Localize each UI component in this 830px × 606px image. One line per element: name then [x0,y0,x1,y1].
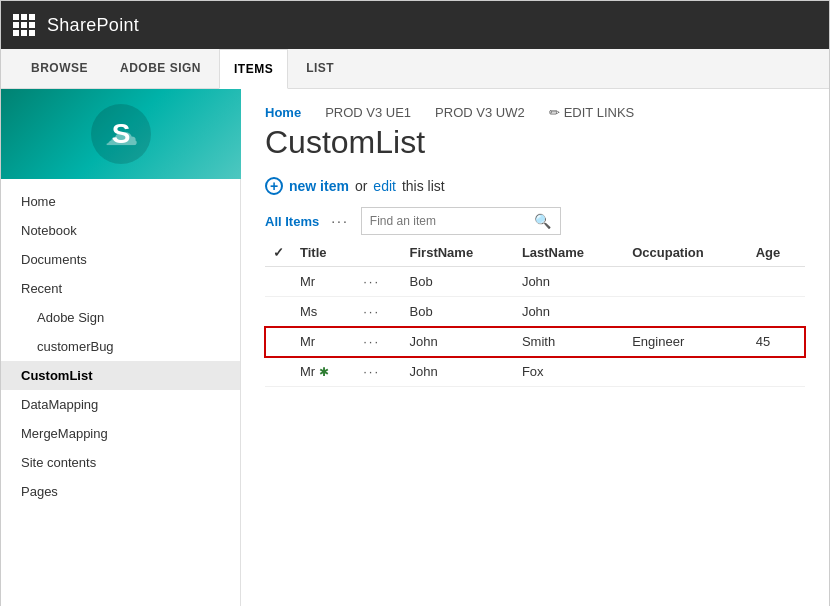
cell-occupation [624,267,748,297]
sidebar-item-pages[interactable]: Pages [1,477,240,506]
or-text: or [355,178,367,194]
edit-links-button[interactable]: ✏ EDIT LINKS [549,105,635,120]
sidebar-item-datamapping[interactable]: DataMapping [1,390,240,419]
search-box: 🔍 [361,207,561,235]
green-star-icon: ✱ [319,365,329,379]
cell-occupation [624,297,748,327]
breadcrumb-prod-uw2[interactable]: PROD V3 UW2 [435,105,525,120]
cell-last: Fox [514,357,624,387]
logo-letter: S ☁ [91,104,151,164]
col-age: Age [748,239,805,267]
all-items-label[interactable]: All Items [265,214,319,229]
list-toolbar: All Items ··· 🔍 [265,207,805,235]
cell-menu[interactable]: ··· [355,357,401,387]
cell-menu[interactable]: ··· [355,297,401,327]
new-item-bar: + new item or edit this list [265,177,805,195]
cell-title: Ms [292,297,355,327]
cell-title: Mr [292,327,355,357]
cell-check [265,267,292,297]
cell-age [748,267,805,297]
this-list-text: this list [402,178,445,194]
sidebar-item-customerbug[interactable]: customerBug [1,332,240,361]
cell-occupation [624,357,748,387]
pencil-icon: ✏ [549,105,560,120]
data-table: ✓ Title FirstName LastName Occupation Ag… [265,239,805,387]
tab-list[interactable]: LIST [292,48,348,88]
cell-age: 45 [748,327,805,357]
breadcrumb-prod-ue1[interactable]: PROD V3 UE1 [325,105,411,120]
cell-first: John [402,327,514,357]
sidebar-item-recent[interactable]: Recent [1,274,240,303]
breadcrumb-home[interactable]: Home [265,105,301,120]
sidebar-item-documents[interactable]: Documents [1,245,240,274]
sidebar-item-mergemapping[interactable]: MergeMapping [1,419,240,448]
sidebar-item-adobe-sign[interactable]: Adobe Sign [1,303,240,332]
search-icon[interactable]: 🔍 [534,213,551,229]
sidebar: S ☁ Home Notebook Documents Recent Adobe… [1,89,241,606]
tab-items[interactable]: ITEMS [219,49,288,89]
app-title: SharePoint [47,15,139,36]
cell-last: John [514,267,624,297]
cell-check [265,357,292,387]
sidebar-item-customlist[interactable]: CustomList [1,361,240,390]
col-lastname: LastName [514,239,624,267]
search-input[interactable] [370,214,530,228]
col-menu [355,239,401,267]
cell-first: Bob [402,297,514,327]
cell-age [748,297,805,327]
table-header-row: ✓ Title FirstName LastName Occupation Ag… [265,239,805,267]
cell-menu[interactable]: ··· [355,327,401,357]
col-check: ✓ [265,239,292,267]
content-area: Home PROD V3 UE1 PROD V3 UW2 ✏ EDIT LINK… [241,89,829,606]
breadcrumb: Home PROD V3 UE1 PROD V3 UW2 ✏ EDIT LINK… [265,105,805,120]
cell-last: Smith [514,327,624,357]
highlighted-table-row[interactable]: Mr ··· John Smith Engineer 45 [265,327,805,357]
sidebar-item-site-contents[interactable]: Site contents [1,448,240,477]
sidebar-item-home[interactable]: Home [1,187,240,216]
ribbon: BROWSE ADOBE SIGN ITEMS LIST [1,49,829,89]
cell-check [265,297,292,327]
sidebar-item-notebook[interactable]: Notebook [1,216,240,245]
all-items-ellipsis[interactable]: ··· [331,213,349,229]
new-item-link[interactable]: new item [289,178,349,194]
cell-menu[interactable]: ··· [355,267,401,297]
cell-first: Bob [402,267,514,297]
table-wrapper: ✓ Title FirstName LastName Occupation Ag… [265,239,805,387]
col-title: Title [292,239,355,267]
table-row[interactable]: Mr ··· Bob John [265,267,805,297]
sidebar-logo: S ☁ [1,89,241,179]
cell-title: Mr ✱ [292,357,355,387]
table-row[interactable]: Mr ✱ ··· John Fox [265,357,805,387]
cell-occupation: Engineer [624,327,748,357]
tab-browse[interactable]: BROWSE [17,48,102,88]
col-occupation: Occupation [624,239,748,267]
edit-list-link[interactable]: edit [373,178,396,194]
col-firstname: FirstName [402,239,514,267]
sidebar-nav: Home Notebook Documents Recent Adobe Sig… [1,179,240,514]
cell-check [265,327,292,357]
cell-age [748,357,805,387]
top-bar: SharePoint [1,1,829,49]
table-row[interactable]: Ms ··· Bob John [265,297,805,327]
cell-title: Mr [292,267,355,297]
tab-adobe-sign[interactable]: ADOBE SIGN [106,48,215,88]
page-title: CustomList [265,124,805,161]
new-item-circle-icon[interactable]: + [265,177,283,195]
main-layout: S ☁ Home Notebook Documents Recent Adobe… [1,89,829,606]
waffle-icon[interactable] [13,14,35,36]
cell-last: John [514,297,624,327]
cell-first: John [402,357,514,387]
